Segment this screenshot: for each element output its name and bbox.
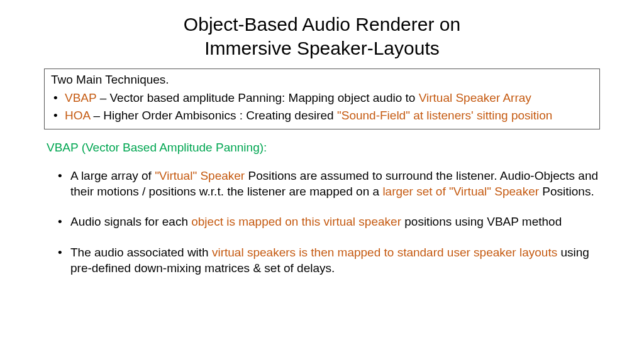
tech-desc: – Vector based amplitude Panning: Mappin…	[96, 91, 418, 104]
text-highlight: virtual speakers is then mapped to stand…	[212, 246, 557, 259]
tech-abbr: VBAP	[65, 91, 96, 104]
technique-item-vbap: VBAP – Vector based amplitude Panning: M…	[53, 89, 593, 107]
slide-title: Object-Based Audio Renderer on Immersive…	[0, 13, 644, 60]
tech-abbr: HOA	[65, 109, 90, 122]
technique-item-hoa: HOA – Higher Order Ambisonics : Creating…	[53, 107, 593, 124]
detail-item: A large array of "Virtual" Speaker Posit…	[58, 168, 600, 199]
text-part: A large array of	[70, 169, 155, 182]
title-line-1: Object-Based Audio Renderer on	[184, 14, 460, 35]
detail-list: A large array of "Virtual" Speaker Posit…	[44, 168, 600, 276]
detail-item: The audio associated with virtual speake…	[58, 245, 600, 276]
text-highlight: object is mapped on this virtual speaker	[191, 215, 401, 228]
text-part: The audio associated with	[70, 246, 212, 259]
tech-highlight: "Sound-Field" at listeners' sitting posi…	[337, 109, 552, 122]
techniques-box: Two Main Techniques. VBAP – Vector based…	[44, 69, 600, 129]
text-part: positions using VBAP method	[401, 215, 562, 228]
text-highlight: "Virtual" Speaker	[155, 169, 245, 182]
text-part: Audio signals for each	[70, 215, 191, 228]
techniques-list: VBAP – Vector based amplitude Panning: M…	[51, 89, 593, 124]
tech-highlight: Virtual Speaker Array	[419, 91, 531, 104]
title-line-2: Immersive Speaker-Layouts	[204, 38, 439, 58]
main-content: VBAP (Vector Based Amplitude Panning): A…	[44, 141, 600, 276]
text-highlight: larger set of "Virtual" Speaker	[382, 185, 539, 198]
section-heading: VBAP (Vector Based Amplitude Panning):	[44, 141, 600, 155]
box-heading: Two Main Techniques.	[51, 73, 593, 87]
text-part: Positions.	[539, 185, 594, 198]
tech-desc: – Higher Order Ambisonics : Creating des…	[90, 109, 337, 122]
detail-item: Audio signals for each object is mapped …	[58, 214, 600, 230]
